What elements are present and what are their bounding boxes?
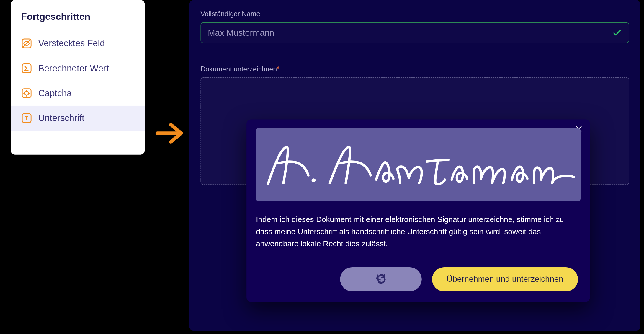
svg-point-4 bbox=[25, 91, 29, 95]
sign-document-label: Dokument unterzeichnen* bbox=[200, 65, 629, 73]
sigma-icon bbox=[21, 63, 32, 74]
full-name-input[interactable] bbox=[208, 28, 608, 38]
full-name-label: Vollständiger Name bbox=[200, 10, 629, 18]
sidebar-item-label: Berechneter Wert bbox=[38, 63, 109, 74]
sidebar-item-signature[interactable]: Unterschrift bbox=[11, 106, 145, 131]
sidebar-item-calculated-value[interactable]: Berechneter Wert bbox=[11, 56, 145, 81]
hidden-icon bbox=[21, 38, 32, 49]
signature-icon bbox=[21, 113, 32, 124]
sidebar-item-label: Captcha bbox=[38, 88, 72, 98]
sidebar-item-hidden-field[interactable]: Verstecktes Feld bbox=[11, 31, 145, 56]
sidebar-item-label: Unterschrift bbox=[38, 113, 84, 123]
refresh-icon bbox=[375, 273, 387, 285]
signature-pad[interactable] bbox=[256, 128, 581, 201]
checkmark-icon bbox=[612, 28, 622, 38]
reset-signature-button[interactable] bbox=[340, 267, 421, 291]
apply-sign-button[interactable]: Übernehmen und unterzeichnen bbox=[432, 267, 578, 291]
signature-stroke bbox=[256, 128, 581, 201]
sign-document-label-text: Dokument unterzeichnen bbox=[200, 65, 277, 73]
advanced-fields-panel: Fortgeschritten Verstecktes Feld Berechn… bbox=[11, 0, 145, 155]
sidebar-item-captcha[interactable]: Captcha bbox=[11, 81, 145, 106]
sidebar-item-label: Verstecktes Feld bbox=[38, 38, 105, 48]
sidebar-heading: Fortgeschritten bbox=[11, 11, 145, 31]
signature-form-panel: Vollständiger Name Dokument unterzeichne… bbox=[189, 0, 640, 331]
required-marker: * bbox=[277, 65, 279, 73]
full-name-input-wrap[interactable] bbox=[200, 22, 629, 43]
consent-text: Indem ich dieses Dokument mit einer elek… bbox=[256, 214, 581, 250]
signature-modal: Indem ich dieses Dokument mit einer elek… bbox=[246, 119, 590, 301]
arrow-right-icon bbox=[155, 120, 185, 146]
signature-actions: Übernehmen und unterzeichnen bbox=[256, 267, 581, 291]
target-icon bbox=[21, 88, 32, 99]
